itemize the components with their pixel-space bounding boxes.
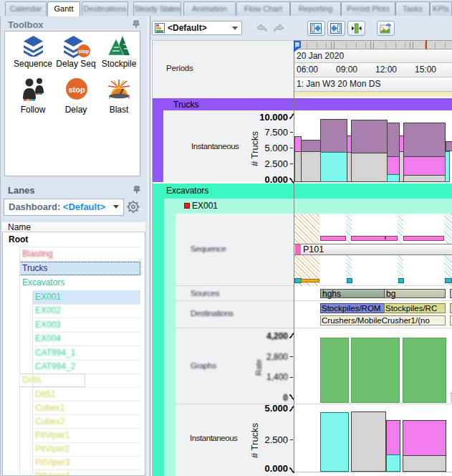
svg-text:stop: stop <box>68 85 85 94</box>
svg-text:stop: stop <box>79 49 90 54</box>
